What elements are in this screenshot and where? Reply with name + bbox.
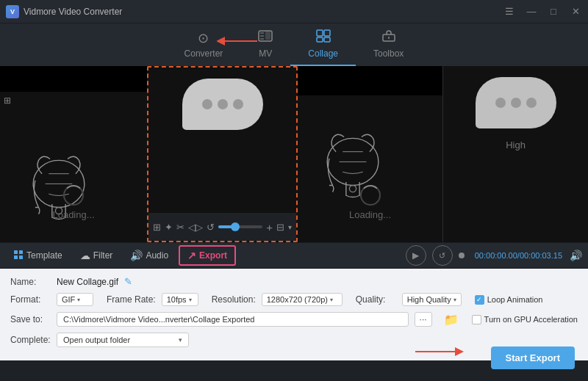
svg-rect-5 — [324, 37, 330, 42]
template-label: Template — [26, 250, 62, 261]
loop-button[interactable]: ↺ — [432, 245, 453, 266]
folder-icon[interactable]: 📁 — [444, 313, 459, 327]
complete-arrow: ▾ — [179, 336, 182, 344]
quality-label: Quality: — [356, 294, 396, 305]
export-label: Export — [199, 250, 227, 261]
menu-btn[interactable]: ☰ — [503, 6, 516, 17]
svg-rect-1 — [265, 32, 270, 40]
format-select[interactable]: GIF ▾ — [57, 293, 93, 306]
undo-icon[interactable]: ↺ — [207, 222, 215, 233]
framerate-label: Frame Rate: — [107, 294, 156, 305]
resolution-value: 1280x720 (720p) — [267, 295, 328, 304]
toolbox-icon — [381, 29, 396, 46]
audio-wave-icon[interactable]: ◁▷ — [188, 222, 203, 233]
high-label: High — [506, 139, 526, 150]
app-title: Vidmore Video Converter — [24, 7, 122, 17]
converter-icon: ⊙ — [198, 30, 209, 46]
name-row: Name: New Collage.gif ✎ — [10, 276, 578, 287]
volume-icon[interactable]: 🔊 — [570, 250, 582, 261]
filter-label: Filter — [93, 250, 113, 261]
tab-toolbox[interactable]: Toolbox — [356, 23, 421, 66]
loading-text-right: Loading... — [349, 209, 391, 220]
nav-tabs: ⊙ Converter MV Collage — [0, 23, 588, 66]
tab-collage[interactable]: Collage — [290, 23, 356, 66]
quality-value: High Quality — [407, 295, 451, 304]
video-panel-right: Loading... High — [298, 66, 588, 242]
loading-circle-left — [63, 185, 84, 206]
complete-select[interactable]: Open output folder ▾ — [57, 333, 189, 347]
effects-icon[interactable]: ✦ — [165, 222, 173, 233]
loop-label: Loop Animation — [487, 295, 543, 304]
tab-toolbox-label: Toolbox — [373, 48, 404, 59]
gpu-wrap[interactable]: Turn on GPU Acceleration — [472, 315, 578, 324]
template-btn[interactable]: Template — [6, 247, 70, 265]
gpu-checkbox[interactable] — [472, 315, 481, 324]
saveto-label: Save to: — [10, 314, 51, 324]
close-btn[interactable]: ✕ — [569, 6, 582, 17]
video-panel-center[interactable]: ⊞ ✦ ✂ ◁▷ ↺ + ⊟ ▾ — [147, 66, 298, 242]
collage-icon — [316, 29, 331, 46]
svg-rect-17 — [19, 250, 23, 254]
loading-right: Loading... — [298, 185, 442, 220]
saveto-row: Save to: C:\Vidmore\Vidmore Video...nver… — [10, 312, 578, 327]
svg-rect-18 — [14, 255, 18, 259]
complete-label: Complete: — [10, 335, 51, 345]
dot-indicator — [459, 253, 465, 258]
layout-icon[interactable]: ⊟ — [276, 222, 284, 233]
video-area: ⊞ Loading... — [0, 66, 588, 242]
resolution-label: Resolution: — [212, 294, 256, 305]
app-icon: V — [6, 5, 19, 18]
svg-rect-2 — [317, 30, 323, 36]
window-controls[interactable]: ☰ — □ ✕ — [503, 6, 582, 17]
resolution-select[interactable]: 1280x720 (720p) ▾ — [262, 293, 343, 306]
chevron-down-icon[interactable]: ▾ — [288, 223, 292, 231]
loading-text-left: Loading... — [52, 209, 94, 220]
play-button[interactable]: ▶ — [406, 245, 426, 266]
edit-name-icon[interactable]: ✎ — [124, 276, 132, 287]
time-display: 00:00:00.00/00:00:03.15 — [475, 251, 562, 260]
title-bar: V Vidmore Video Converter ☰ — □ ✕ — [0, 0, 588, 23]
framerate-arrow: ▾ — [189, 297, 192, 303]
template-icon — [13, 250, 24, 262]
loop-checkbox[interactable]: ✓ — [475, 295, 484, 305]
playback-controls: ▶ ↺ — [406, 245, 465, 266]
filter-icon: ☁ — [80, 250, 90, 261]
svg-rect-3 — [324, 30, 330, 36]
export-btn[interactable]: ↗ Export — [179, 245, 236, 266]
framerate-select[interactable]: 10fps ▾ — [162, 293, 198, 306]
filter-btn[interactable]: ☁ Filter — [73, 247, 121, 264]
gpu-label: Turn on GPU Acceleration — [484, 315, 578, 324]
format-value: GIF — [62, 295, 75, 304]
resolution-arrow: ▾ — [330, 297, 333, 303]
start-export-button[interactable]: Start Export — [491, 346, 575, 369]
loop-wrap[interactable]: ✓ Loop Animation — [475, 295, 543, 305]
arrow-export — [217, 34, 261, 51]
format-label: Format: — [10, 294, 51, 305]
audio-btn[interactable]: 🔊 Audio — [123, 247, 176, 264]
add-icon[interactable]: + — [266, 221, 273, 233]
grid-timeline-icon[interactable]: ⊞ — [153, 222, 161, 233]
loading-left: Loading... — [0, 185, 147, 220]
arrow-start-export — [415, 344, 467, 362]
black-strip-left — [0, 66, 147, 92]
audio-icon: 🔊 — [130, 250, 143, 261]
title-bar-left: V Vidmore Video Converter — [6, 5, 122, 18]
name-label: Name: — [10, 277, 51, 287]
audio-label: Audio — [146, 250, 168, 261]
grid-icon: ⊞ — [4, 95, 11, 106]
more-btn[interactable]: ··· — [415, 312, 432, 327]
complete-row: Complete: Open output folder ▾ — [10, 333, 578, 347]
export-icon: ↗ — [187, 250, 196, 261]
complete-value: Open output folder — [63, 335, 130, 344]
tab-collage-label: Collage — [308, 48, 338, 59]
minimize-btn[interactable]: — — [525, 6, 538, 17]
quality-select[interactable]: High Quality ▾ — [402, 293, 462, 306]
framerate-value: 10fps — [167, 295, 187, 304]
bottom-toolbar: Template ☁ Filter 🔊 Audio ↗ Export ▶ ↺ 0… — [0, 242, 588, 269]
quality-arrow: ▾ — [453, 297, 456, 303]
maximize-btn[interactable]: □ — [547, 6, 560, 17]
name-value: New Collage.gif — [57, 277, 118, 287]
loading-circle-right — [360, 185, 381, 206]
svg-rect-4 — [317, 37, 323, 42]
cut-icon[interactable]: ✂ — [176, 222, 184, 233]
